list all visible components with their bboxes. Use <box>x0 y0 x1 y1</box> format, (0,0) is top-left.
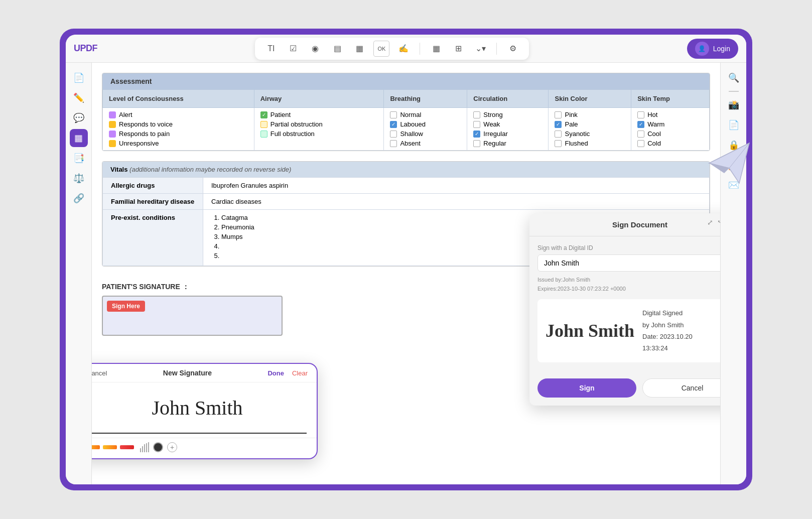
sign-icon[interactable]: ✍ <box>395 41 412 57</box>
weak-checkbox[interactable] <box>473 121 480 128</box>
pen-red[interactable] <box>120 445 134 449</box>
check-weak[interactable]: Weak <box>473 120 542 128</box>
shrink-icon[interactable]: ⤡ <box>717 218 720 226</box>
absent-checkbox[interactable] <box>390 140 397 147</box>
check-warm[interactable]: ✓ Warm <box>637 120 703 128</box>
pen-size-5[interactable] <box>148 442 149 452</box>
check-unresponsive[interactable]: Unresponsive <box>109 140 248 147</box>
pen-yellow[interactable] <box>92 445 100 449</box>
right-camera-icon[interactable]: 📸 <box>725 96 743 114</box>
partial-checkbox[interactable] <box>260 121 267 128</box>
sidebar-comment-icon[interactable]: 💬 <box>70 109 88 127</box>
check-shallow[interactable]: Shallow <box>390 130 461 138</box>
sig-cancel-button[interactable]: Cancel <box>92 369 107 377</box>
normal-checkbox[interactable] <box>390 111 397 118</box>
dropdown-icon[interactable]: ⌄▾ <box>472 41 488 57</box>
text-field-icon[interactable]: TI <box>263 41 279 57</box>
sign-button[interactable]: Sign <box>537 378 636 398</box>
irregular-checkbox[interactable]: ✓ <box>473 131 480 138</box>
check-patient[interactable]: ✓ Patient <box>260 111 378 118</box>
color-picker[interactable] <box>153 442 163 452</box>
check-alert[interactable]: Alert <box>109 111 248 118</box>
check-syanotic[interactable]: Syanotic <box>555 130 625 138</box>
expand-icon[interactable]: ⤢ <box>707 218 713 226</box>
tablet-inner: UPDF TI ☑ ◉ ▤ ▦ OK ✍ ▦ ⊞ ⌄▾ ⚙ <box>66 35 746 484</box>
sidebar-page-icon[interactable]: 📄 <box>70 69 88 87</box>
check-laboued[interactable]: ✓ Laboued <box>390 120 461 128</box>
sidebar-edit-icon[interactable]: ✏️ <box>70 89 88 107</box>
check-flushed[interactable]: Flushed <box>555 140 625 147</box>
warm-checkbox[interactable]: ✓ <box>637 121 644 128</box>
hot-checkbox[interactable] <box>637 111 644 118</box>
syanotic-checkbox[interactable] <box>555 131 562 138</box>
sig-done-button[interactable]: Done <box>267 369 284 377</box>
sign-cancel-button[interactable]: Cancel <box>642 378 720 398</box>
familial-label: Familial hereditary disease <box>103 194 203 210</box>
pale-checkbox[interactable]: ✓ <box>555 121 562 128</box>
pen-size-2[interactable] <box>142 446 143 452</box>
issued-info: Issued by:John Smith Expires:2023-10-30 … <box>537 276 720 293</box>
main-area: 📄 ✏️ 💬 ▦ 📑 ⚖️ 🔗 Assessment Level of Cons… <box>66 63 746 484</box>
full-checkbox[interactable] <box>260 131 267 138</box>
sign-here-button[interactable]: Sign Here <box>107 301 145 312</box>
pen-size-3[interactable] <box>144 444 145 452</box>
pen-tools <box>92 442 149 452</box>
check-strong[interactable]: Strong <box>473 111 542 118</box>
cool-checkbox[interactable] <box>637 131 644 138</box>
sidebar-pages-icon[interactable]: 📑 <box>70 149 88 167</box>
col-breathing: Breathing <box>384 90 467 108</box>
flushed-checkbox[interactable] <box>555 140 562 147</box>
check-regular[interactable]: Regular <box>473 140 542 147</box>
layout-icon[interactable]: ▦ <box>428 41 444 57</box>
check-pink[interactable]: Pink <box>555 111 625 118</box>
check-cold[interactable]: Cold <box>637 140 703 147</box>
strong-checkbox[interactable] <box>473 111 480 118</box>
check-cool[interactable]: Cool <box>637 130 703 138</box>
expires-info: Expires:2023-10-30 07:23:22 +0000 <box>537 285 720 294</box>
check-pale[interactable]: ✓ Pale <box>555 120 625 128</box>
check-full[interactable]: Full obstruction <box>260 130 378 138</box>
check-irregular[interactable]: ✓ Irregular <box>473 130 542 138</box>
add-pen-button[interactable]: + <box>167 442 177 452</box>
check-responds-voice[interactable]: Responds to voice <box>109 120 248 128</box>
digital-id-select[interactable]: John Smith ▾ <box>537 254 720 272</box>
check-responds-pain[interactable]: Responds to pain <box>109 130 248 138</box>
pen-orange[interactable] <box>103 445 117 449</box>
check-hot[interactable]: Hot <box>637 111 703 118</box>
content-area[interactable]: Assessment Level of Consciousness Airway… <box>92 63 720 484</box>
sidebar-ocr-icon[interactable]: 🔗 <box>70 189 88 207</box>
right-doc-icon[interactable]: 📄 <box>725 116 743 134</box>
grid-icon[interactable]: ⊞ <box>450 41 466 57</box>
patient-checkbox[interactable]: ✓ <box>260 111 267 118</box>
ds-by: by John Smith <box>642 319 693 331</box>
check-absent[interactable]: Absent <box>390 140 461 147</box>
shallow-checkbox[interactable] <box>390 131 397 138</box>
laboued-checkbox[interactable]: ✓ <box>390 121 397 128</box>
sig-underline <box>92 433 307 434</box>
login-button[interactable]: 👤 Login <box>687 39 738 59</box>
checkbox-icon[interactable]: ☑ <box>285 41 301 57</box>
airway-cell: ✓ Patient Partial obstruction <box>254 108 384 151</box>
ok-icon[interactable]: OK <box>373 41 389 57</box>
regular-checkbox[interactable] <box>473 140 480 147</box>
sign-box[interactable]: Sign Here <box>102 296 283 336</box>
check-partial[interactable]: Partial obstruction <box>260 120 378 128</box>
pen-size-1[interactable] <box>140 448 141 452</box>
sidebar-form-icon[interactable]: ▦ <box>70 129 88 147</box>
check-normal[interactable]: Normal <box>390 111 461 118</box>
right-lock-icon[interactable]: 🔒 <box>725 136 743 154</box>
table-icon[interactable]: ▦ <box>351 41 367 57</box>
pen-size-4[interactable] <box>146 443 147 452</box>
digital-signed-box: John Smith Digital Signed by John Smith … <box>537 299 720 362</box>
settings-icon[interactable]: ⚙ <box>505 41 521 57</box>
app-logo: UPDF <box>74 43 97 54</box>
right-share-icon[interactable]: 📤 <box>725 156 743 174</box>
sidebar-compare-icon[interactable]: ⚖️ <box>70 169 88 187</box>
list-icon[interactable]: ▤ <box>329 41 345 57</box>
right-search-icon[interactable]: 🔍 <box>725 69 743 87</box>
right-mail-icon[interactable]: ✉️ <box>725 176 743 194</box>
cold-checkbox[interactable] <box>637 140 644 147</box>
radio-icon[interactable]: ◉ <box>307 41 323 57</box>
pink-checkbox[interactable] <box>555 111 562 118</box>
sig-clear-button[interactable]: Clear <box>292 369 308 377</box>
